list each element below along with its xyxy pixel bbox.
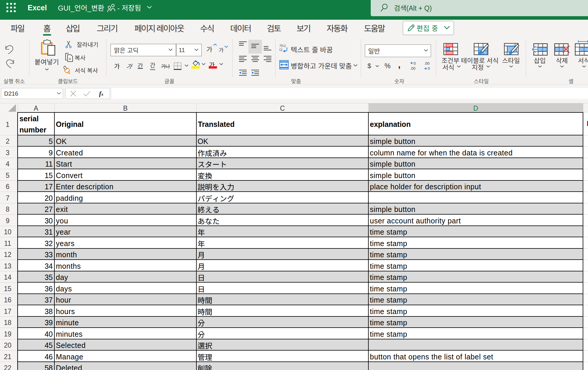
svg-text:0: 0 [414,61,416,66]
svg-text:다: 다 [279,47,283,52]
svg-text:.00: .00 [424,61,430,66]
svg-text:0: 0 [428,66,430,71]
svg-text:.00: .00 [410,66,415,71]
